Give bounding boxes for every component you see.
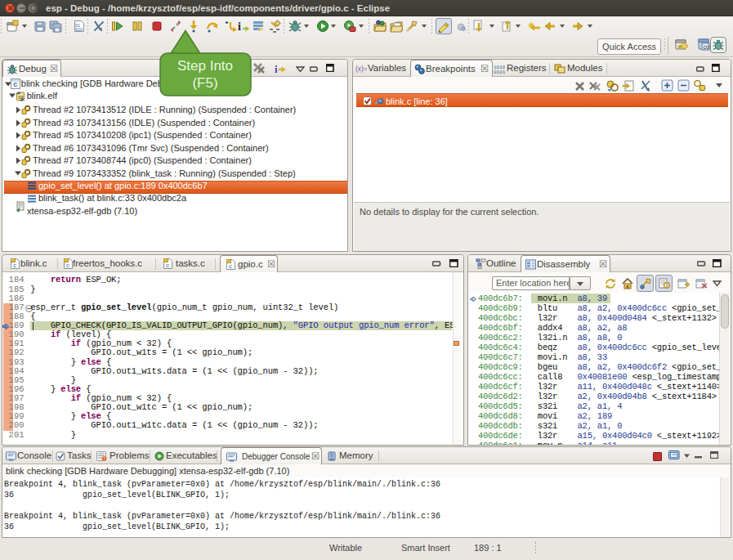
svg-text:Step Into: Step Into [177, 58, 233, 74]
svg-text:c: c [13, 80, 17, 88]
svg-text:c: c [166, 262, 169, 269]
svg-text:c: c [229, 262, 232, 270]
svg-text:0101: 0101 [494, 69, 505, 74]
svg-text:(x)=: (x)= [355, 65, 367, 73]
svg-text:010: 010 [75, 28, 83, 33]
svg-text:cd: cd [704, 44, 710, 50]
svg-text:c: c [66, 262, 69, 269]
svg-text:c: c [13, 262, 16, 269]
svg-text:(F5): (F5) [192, 75, 217, 91]
svg-text:10: 10 [18, 94, 24, 100]
svg-text:i: i [275, 63, 278, 74]
